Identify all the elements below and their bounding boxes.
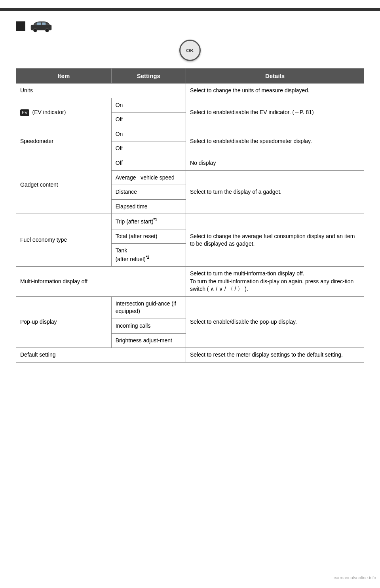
settings-popup-calls: Incoming calls	[111, 319, 186, 334]
item-speedometer: Speedometer	[16, 127, 112, 156]
settings-gadget-off: Off	[111, 156, 186, 170]
ok-button[interactable]: OK	[179, 40, 201, 61]
item-ev-indicator: EV (EV indicator)	[16, 98, 112, 127]
svg-rect-4	[42, 23, 46, 25]
black-square-icon	[16, 21, 25, 31]
table-row: EV (EV indicator) On Select to enable/di…	[16, 98, 364, 113]
svg-rect-3	[37, 23, 41, 25]
details-gadget: Select to turn the display of a gadget.	[186, 170, 364, 214]
table-row: Speedometer On Select to enable/disable …	[16, 127, 364, 141]
ok-label: OK	[186, 48, 194, 53]
settings-fuel-total: Total (after reset)	[111, 229, 186, 244]
table-header-row: Item Settings Details	[16, 69, 364, 84]
settings-ev-on: On	[111, 98, 186, 113]
table-row: Units Select to change the units of meas…	[16, 84, 364, 98]
details-speedometer: Select to enable/disable the speedometer…	[186, 127, 364, 156]
table-row: Fuel economy type Trip (after start)*1 S…	[16, 214, 364, 229]
details-default: Select to reset the meter display settin…	[186, 348, 364, 363]
details-units: Select to change the units of measure di…	[186, 84, 364, 98]
details-multiinfo: Select to turn the multi-informa-tion di…	[186, 267, 364, 297]
details-popup: Select to enable/disable the pop-up disp…	[186, 296, 364, 347]
item-gadget: Gadget content	[16, 156, 112, 214]
superscript-1: *1	[154, 218, 157, 222]
settings-speed-on: On	[111, 127, 186, 141]
settings-gadget-dist: Distance	[111, 185, 186, 200]
item-fuel: Fuel economy type	[16, 214, 112, 267]
item-popup: Pop-up display	[16, 296, 112, 347]
car-icon	[29, 19, 53, 33]
page: OK Item Settings Details Units Select to…	[0, 0, 380, 588]
settings-gadget-elapsed: Elapsed time	[111, 199, 186, 214]
ev-icon: EV	[20, 109, 29, 116]
settings-fuel-trip: Trip (after start)*1	[111, 214, 186, 229]
main-table: Item Settings Details Units Select to ch…	[16, 68, 364, 363]
table-row: Gadget content Off No display	[16, 156, 364, 170]
settings-fuel-tank: Tank(after refuel)*2	[111, 244, 186, 267]
details-ev: Select to enable/disable the EV indicato…	[186, 98, 364, 127]
table-row: Default setting Select to reset the mete…	[16, 348, 364, 363]
settings-gadget-avg: Average vehicle speed	[111, 170, 186, 185]
table-row: Pop-up display Intersection guid-ance (i…	[16, 296, 364, 319]
details-fuel: Select to change the average fuel consum…	[186, 214, 364, 267]
svg-point-2	[46, 29, 49, 32]
header-details: Details	[186, 69, 364, 84]
table-row: Multi-information display off Select to …	[16, 267, 364, 297]
item-default: Default setting	[16, 348, 186, 363]
details-gadget-off: No display	[186, 156, 364, 170]
header-icons	[16, 19, 364, 33]
settings-popup-brightness: Brightness adjust-ment	[111, 333, 186, 348]
superscript-2: *2	[146, 255, 149, 260]
header-settings: Settings	[111, 69, 186, 84]
settings-ev-off: Off	[111, 113, 186, 127]
ok-button-container: OK	[16, 40, 364, 61]
item-units: Units	[16, 84, 186, 98]
top-bar	[0, 8, 380, 11]
settings-popup-intersection: Intersection guid-ance (if equipped)	[111, 296, 186, 319]
item-multiinfo: Multi-information display off	[16, 267, 186, 297]
svg-point-1	[34, 29, 37, 32]
watermark: carmanualsonline.info	[334, 575, 376, 580]
header-item: Item	[16, 69, 112, 84]
settings-speed-off: Off	[111, 141, 186, 156]
